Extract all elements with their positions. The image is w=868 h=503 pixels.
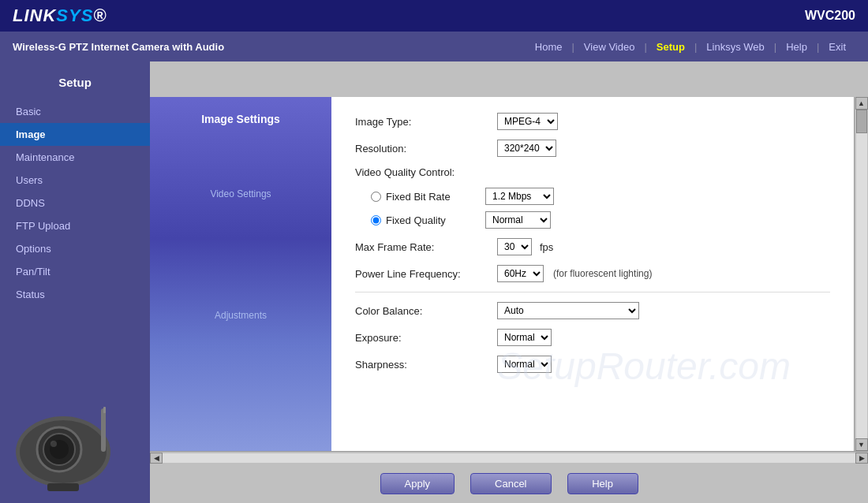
- sidebar-item-image[interactable]: Image: [0, 123, 150, 146]
- resolution-label: Resolution:: [355, 143, 497, 155]
- exposure-select[interactable]: Low Normal High: [497, 329, 552, 346]
- scroll-down-arrow[interactable]: ▼: [855, 438, 868, 451]
- fixed-bit-rate-radio[interactable]: [371, 192, 381, 202]
- main-layout: Setup Basic Image Maintenance Users DDNS…: [0, 61, 868, 503]
- left-panel: Image Settings Video Settings Adjustment…: [150, 97, 331, 451]
- help-button[interactable]: Help: [567, 473, 638, 494]
- frame-rate-control: 1 5 10 15 20 25 30 fps: [497, 238, 553, 255]
- hscroll-left-arrow[interactable]: ◀: [150, 453, 163, 464]
- panel-inner: Image Settings Video Settings Adjustment…: [150, 97, 854, 451]
- svg-rect-6: [101, 408, 106, 452]
- svg-rect-7: [103, 407, 106, 413]
- scroll-track[interactable]: [856, 110, 867, 438]
- scroll-thumb[interactable]: [856, 110, 867, 133]
- sidebar-item-ftp-upload[interactable]: FTP Upload: [0, 214, 150, 237]
- image-type-label: Image Type:: [355, 116, 497, 128]
- fixed-quality-label: Fixed Quality: [386, 214, 481, 226]
- content-area: Image Settings Video Settings Adjustment…: [150, 61, 868, 503]
- linksys-logo: LINKSYS®: [13, 6, 107, 26]
- vertical-scrollbar[interactable]: ▲ ▼: [854, 97, 868, 451]
- frame-rate-select[interactable]: 1 5 10 15 20 25 30: [497, 238, 532, 255]
- color-balance-control: Auto Indoor Outdoor Fluorescent Manual: [497, 302, 639, 319]
- camera-illustration: [8, 401, 134, 495]
- fixed-bit-rate-row: Fixed Bit Rate 0.1 Mbps 0.25 Mbps 0.5 Mb…: [371, 188, 830, 205]
- resolution-control: 160*120 320*240 640*480: [497, 140, 556, 157]
- svg-point-5: [51, 441, 57, 447]
- cancel-button[interactable]: Cancel: [470, 473, 551, 494]
- color-balance-label: Color Balance:: [355, 305, 497, 317]
- frame-rate-label: Max Frame Rate:: [355, 241, 497, 253]
- section-divider: [355, 292, 830, 292]
- sidebar-item-maintenance[interactable]: Maintenance: [0, 146, 150, 169]
- sharpness-label: Sharpness:: [355, 359, 497, 371]
- video-settings-label: Video Settings: [158, 188, 324, 199]
- resolution-row: Resolution: 160*120 320*240 640*480: [355, 140, 830, 157]
- svg-rect-8: [47, 483, 79, 491]
- section-title: Image Settings: [158, 105, 324, 141]
- model-number: WVC200: [805, 9, 855, 23]
- image-type-row: Image Type: MPEG-4 MJPEG: [355, 113, 830, 130]
- nav-setup[interactable]: Setup: [647, 41, 694, 53]
- header: LINKSYS® WVC200: [0, 0, 868, 32]
- sidebar-item-options[interactable]: Options: [0, 237, 150, 260]
- form-panel: Image Type: MPEG-4 MJPEG Resolution:: [331, 97, 854, 451]
- fps-label: fps: [540, 241, 553, 253]
- sidebar-item-ddns[interactable]: DDNS: [0, 192, 150, 214]
- power-line-note: (for fluorescent lighting): [553, 268, 652, 279]
- exposure-label: Exposure:: [355, 332, 497, 344]
- adjustments-label: Adjustments: [158, 310, 324, 321]
- image-type-select[interactable]: MPEG-4 MJPEG: [497, 113, 558, 130]
- power-line-control: 50Hz 60Hz (for fluorescent lighting): [497, 265, 652, 282]
- color-balance-select[interactable]: Auto Indoor Outdoor Fluorescent Manual: [497, 302, 639, 319]
- fixed-bit-rate-label: Fixed Bit Rate: [386, 191, 481, 203]
- nav-exit[interactable]: Exit: [819, 41, 855, 53]
- sidebar-item-status[interactable]: Status: [0, 283, 150, 306]
- navbar: Wireless-G PTZ Internet Camera with Audi…: [0, 32, 868, 61]
- fixed-quality-radio[interactable]: [371, 215, 381, 225]
- sidebar: Setup Basic Image Maintenance Users DDNS…: [0, 61, 150, 503]
- content-top-space: [150, 61, 868, 97]
- fixed-quality-row: Fixed Quality Low Normal High Very High: [371, 211, 830, 229]
- power-line-label: Power Line Frequency:: [355, 268, 497, 280]
- nav-linksys-web[interactable]: Linksys Web: [697, 41, 773, 53]
- product-title: Wireless-G PTZ Internet Camera with Audi…: [13, 41, 224, 53]
- bottom-bar: Apply Cancel Help: [150, 464, 868, 503]
- nav-home[interactable]: Home: [526, 41, 572, 53]
- power-line-row: Power Line Frequency: 50Hz 60Hz (for flu…: [355, 265, 830, 282]
- exposure-row: Exposure: Low Normal High: [355, 329, 830, 346]
- power-line-select[interactable]: 50Hz 60Hz: [497, 265, 544, 282]
- vqc-label-row: Video Quality Control:: [355, 166, 830, 178]
- nav-view-video[interactable]: View Video: [574, 41, 645, 53]
- nav-items: Home | View Video | Setup | Linksys Web …: [526, 41, 855, 53]
- sidebar-item-pan-tilt[interactable]: Pan/Tilt: [0, 260, 150, 283]
- scroll-up-arrow[interactable]: ▲: [855, 97, 868, 110]
- sharpness-row: Sharpness: Low Normal High: [355, 356, 830, 373]
- hscroll-right-arrow[interactable]: ▶: [855, 453, 868, 464]
- sidebar-title: Setup: [0, 69, 150, 100]
- sharpness-control: Low Normal High: [497, 356, 552, 373]
- sidebar-item-basic[interactable]: Basic: [0, 100, 150, 123]
- apply-button[interactable]: Apply: [380, 473, 455, 494]
- resolution-select[interactable]: 160*120 320*240 640*480: [497, 140, 556, 157]
- nav-help[interactable]: Help: [776, 41, 817, 53]
- sharpness-select[interactable]: Low Normal High: [497, 356, 552, 373]
- color-balance-row: Color Balance: Auto Indoor Outdoor Fluor…: [355, 302, 830, 319]
- image-type-control: MPEG-4 MJPEG: [497, 113, 558, 130]
- horizontal-scrollbar[interactable]: ◀ ▶: [150, 451, 868, 464]
- sidebar-item-users[interactable]: Users: [0, 169, 150, 192]
- exposure-control: Low Normal High: [497, 329, 552, 346]
- hscroll-track[interactable]: [163, 453, 855, 463]
- bit-rate-select[interactable]: 0.1 Mbps 0.25 Mbps 0.5 Mbps 1 Mbps 1.2 M…: [485, 188, 554, 205]
- quality-select[interactable]: Low Normal High Very High: [485, 211, 551, 229]
- frame-rate-row: Max Frame Rate: 1 5 10 15 20 25 30: [355, 238, 830, 255]
- vqc-label: Video Quality Control:: [355, 166, 497, 178]
